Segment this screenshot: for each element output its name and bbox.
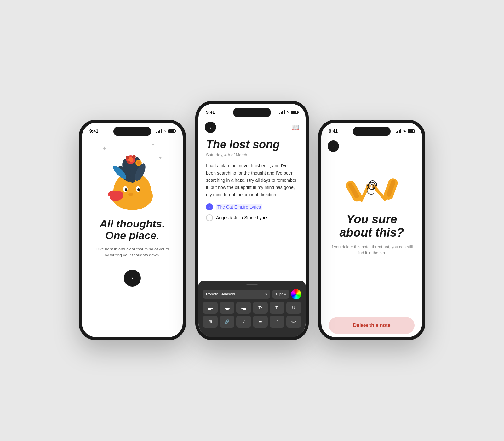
spark-icon-3: ✦ [158, 155, 162, 161]
left-phone-content: ✦ + ✦ [82, 139, 183, 337]
svg-rect-26 [225, 307, 229, 307]
next-button[interactable]: › [124, 270, 141, 287]
chevron-down-icon: ▾ [265, 292, 267, 296]
center-nav-bar: ‹ 📖 [198, 120, 306, 135]
note-date: Saturday, 4th of March [198, 152, 306, 161]
scissors-svg [340, 158, 403, 208]
code-btn[interactable]: </> [286, 316, 301, 328]
image-btn[interactable]: ⊞ [203, 316, 218, 328]
phones-container: 9:41 ∿ ✦ + ✦ [79, 101, 425, 340]
battery-icon-center [291, 111, 298, 114]
back-button-right[interactable]: ‹ [328, 140, 339, 152]
phone-right: 9:41 ∿ ‹ [318, 120, 425, 340]
signal-icon-center [279, 110, 285, 114]
signal-icon-left [156, 129, 162, 133]
right-phone-content: You sure about this? If you delete this … [321, 154, 422, 340]
toolbar-insert-row: ⊞ 🔗 √ ☰ “ </> [202, 316, 302, 328]
wifi-icon-left: ∿ [163, 129, 167, 133]
svg-rect-29 [241, 306, 246, 306]
formula-btn[interactable]: √ [236, 316, 251, 328]
color-picker[interactable] [291, 289, 301, 299]
onboarding-subtitle: Dive right in and clear that mind of you… [91, 246, 174, 258]
text-increase-btn[interactable]: T+ [253, 302, 268, 314]
note-title: The lost song [198, 135, 306, 152]
tagline: All thoughts. One place. [91, 218, 174, 242]
font-size: 16pt [275, 292, 283, 296]
svg-rect-22 [208, 307, 212, 307]
delete-note-button[interactable]: Delete this note [329, 317, 415, 334]
toolbar-font-row: Roboto Semibold ▾ 16pt ▾ [202, 289, 302, 299]
dynamic-island-right [353, 127, 391, 136]
checkbox-2[interactable] [206, 214, 213, 221]
confirm-title: You sure about this? [329, 213, 415, 239]
back-button-center[interactable]: ‹ [205, 122, 216, 133]
size-selector[interactable]: 16pt ▾ [272, 290, 289, 299]
status-icons-left: ∿ [156, 129, 175, 133]
svg-point-6 [137, 188, 140, 191]
svg-rect-32 [243, 309, 246, 310]
battery-icon-right [408, 129, 415, 133]
svg-point-2 [128, 193, 133, 196]
font-name: Roboto Semibold [206, 292, 235, 296]
chevron-down-icon-2: ▾ [284, 292, 286, 296]
time-left: 9:41 [89, 129, 98, 134]
align-right-btn[interactable] [236, 302, 251, 314]
svg-point-4 [125, 188, 127, 191]
wifi-icon-center: ∿ [286, 110, 289, 114]
link-btn[interactable]: 🔗 [220, 316, 234, 328]
toolbar-formatting-row: T+ T- U [202, 302, 302, 314]
checklist-item-2: Angus & Julia Stone Lyrics [206, 214, 298, 221]
svg-rect-25 [225, 306, 230, 306]
right-nav-bar: ‹ [321, 139, 422, 154]
signal-icon-right [396, 129, 401, 133]
checklist: ✓ The Cat Empire Lyrics Angus & Julia St… [198, 203, 306, 221]
plant-illustration: ✦ + ✦ [101, 142, 164, 212]
svg-rect-31 [241, 308, 246, 309]
svg-point-18 [126, 156, 129, 159]
checklist-label-2: Angus & Julia Stone Lyrics [216, 215, 268, 220]
dynamic-island-left [113, 127, 151, 136]
align-center-btn[interactable] [220, 302, 234, 314]
book-icon[interactable]: 📖 [291, 123, 299, 131]
svg-rect-30 [243, 307, 246, 307]
phone-left: 9:41 ∿ ✦ + ✦ [79, 120, 186, 340]
dynamic-island-center [233, 108, 271, 117]
keyboard-handle [246, 284, 258, 285]
align-left-btn[interactable] [203, 302, 218, 314]
text-decrease-btn[interactable]: T- [270, 302, 284, 314]
phone-center: 9:41 ∿ ‹ 📖 The lost song Saturday, 4th o… [195, 101, 309, 340]
checkbox-1[interactable]: ✓ [206, 203, 213, 210]
wifi-icon-right: ∿ [403, 129, 406, 133]
underline-btn[interactable]: U [286, 302, 301, 314]
svg-point-17 [137, 161, 140, 165]
checklist-item-1: ✓ The Cat Empire Lyrics [206, 203, 298, 210]
status-icons-center: ∿ [279, 110, 298, 114]
time-right: 9:41 [329, 129, 338, 134]
font-selector[interactable]: Roboto Semibold ▾ [203, 290, 270, 299]
plant-svg [101, 142, 164, 212]
checklist-label-1: The Cat Empire Lyrics [216, 204, 262, 210]
status-icons-right: ∿ [396, 129, 415, 133]
keyboard-toolbar: Roboto Semibold ▾ 16pt ▾ [198, 281, 306, 337]
confirm-subtitle: If you delete this note, threat not, you… [329, 244, 415, 256]
spark-icon: ✦ [102, 146, 106, 152]
svg-rect-21 [208, 306, 213, 306]
svg-rect-28 [226, 309, 229, 310]
quote-btn[interactable]: “ [270, 316, 284, 328]
svg-point-20 [127, 161, 130, 164]
svg-rect-23 [208, 308, 213, 309]
note-body: I had a plan, but never finished it, and… [198, 161, 306, 203]
battery-icon-left [168, 129, 175, 133]
svg-rect-24 [208, 309, 211, 310]
svg-point-19 [132, 155, 136, 159]
list-btn[interactable]: ☰ [253, 316, 268, 328]
svg-rect-27 [225, 308, 230, 309]
scissors-illustration [340, 158, 403, 208]
time-center: 9:41 [206, 110, 215, 115]
spark-icon-2: + [152, 142, 154, 147]
